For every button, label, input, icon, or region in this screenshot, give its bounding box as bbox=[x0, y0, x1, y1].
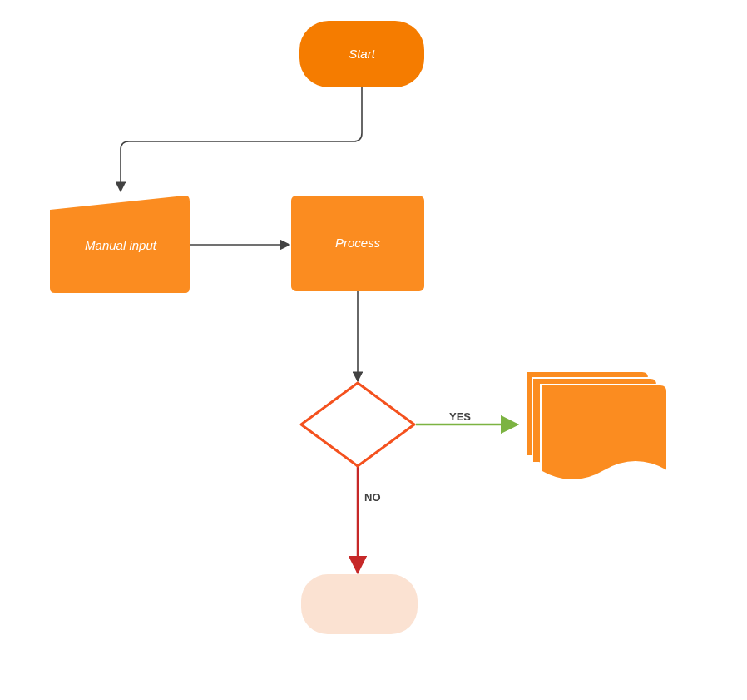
node-start[interactable]: Start bbox=[299, 21, 424, 87]
edge-label-yes: YES bbox=[449, 410, 471, 423]
node-process[interactable]: Process bbox=[291, 196, 424, 291]
node-documents[interactable] bbox=[526, 371, 667, 480]
edge-start-to-input bbox=[121, 87, 362, 191]
node-start-label: Start bbox=[349, 47, 376, 61]
node-end[interactable] bbox=[301, 574, 418, 634]
edge-label-no: NO bbox=[364, 491, 381, 504]
node-manual-input[interactable]: Manual input bbox=[50, 196, 190, 293]
node-decision[interactable] bbox=[301, 383, 414, 466]
node-manual-input-label: Manual input bbox=[85, 238, 157, 252]
svg-rect-2 bbox=[301, 574, 418, 634]
flowchart-canvas: YES NO Start Manual input Process bbox=[0, 0, 747, 700]
node-process-label: Process bbox=[335, 236, 381, 250]
